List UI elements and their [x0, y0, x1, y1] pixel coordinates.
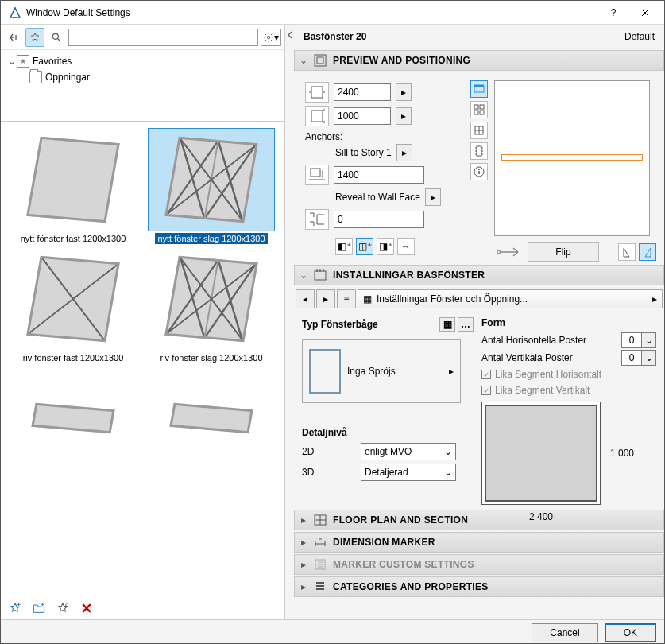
- detail-3d-select[interactable]: Detaljerad⌄: [361, 464, 456, 481]
- horiz-poster-label: Antal Horisontella Poster: [481, 335, 586, 346]
- reveal-label: Reveal to Wall Face: [335, 192, 420, 203]
- gallery-item[interactable]: riv fönster fast 1200x1300: [6, 247, 141, 363]
- view-section[interactable]: [470, 142, 488, 160]
- form-title: Form: [481, 317, 656, 328]
- view-info[interactable]: [470, 163, 488, 180]
- section-categories-header[interactable]: ▸ CATEGORIES AND PROPERTIES: [294, 576, 664, 597]
- sash-label: Inga Spröjs: [347, 366, 396, 377]
- section-icon: [314, 514, 327, 526]
- svg-point-0: [52, 33, 58, 39]
- chevron-down-icon: ⌄: [300, 270, 307, 281]
- mirror-icon: [494, 244, 523, 260]
- folder-icon: [29, 71, 42, 83]
- section-settings-header[interactable]: ⌄ INSTÄLLNINGAR BASFÖNSTER: [294, 265, 664, 285]
- section-title: CATEGORIES AND PROPERTIES: [333, 581, 489, 592]
- gallery-item[interactable]: nytt fönster fast 1200x1300: [6, 128, 141, 244]
- preview-shape: [501, 154, 643, 161]
- flip-button[interactable]: Flip: [528, 242, 599, 262]
- section-title: DIMENSION MARKER: [333, 537, 435, 548]
- gallery-item[interactable]: [144, 367, 279, 470]
- section-title: INSTÄLLNINGAR BASFÖNSTER: [333, 270, 485, 281]
- detail-2d-select[interactable]: enligt MVO⌄: [361, 443, 456, 460]
- gallery-item[interactable]: nytt fönster slag 1200x1300: [144, 128, 279, 244]
- width-input[interactable]: [334, 83, 391, 101]
- svg-rect-18: [315, 271, 326, 280]
- equal-vert-check[interactable]: ✓Lika Segment Vertikalt: [481, 382, 656, 398]
- apply-favorite-button[interactable]: [53, 599, 72, 618]
- typ-more-button[interactable]: …: [458, 317, 474, 332]
- nav-back[interactable]: ◂: [296, 289, 315, 308]
- search-input[interactable]: [68, 29, 258, 46]
- reveal-input[interactable]: [334, 211, 424, 228]
- settings-path[interactable]: ▦ Inställningar Fönster och Öppning... ▸: [358, 289, 663, 308]
- view-3d[interactable]: [470, 122, 488, 139]
- flip-left[interactable]: [618, 243, 636, 261]
- search-options[interactable]: ▾: [261, 29, 281, 46]
- app-icon: [9, 6, 21, 19]
- anchor-toggle-1[interactable]: ◧⁺: [335, 238, 353, 255]
- chevron-down-icon: ⌄: [300, 55, 307, 66]
- chevron-right-icon: ▸: [300, 581, 307, 592]
- favorite-actions: [1, 596, 284, 619]
- anchor-toggle-3[interactable]: ◨⁺: [377, 238, 394, 255]
- view-elevation[interactable]: [470, 80, 488, 98]
- equal-horiz-check[interactable]: ✓Lika Segment Horisontalt: [481, 367, 656, 382]
- chevron-right-icon: ▸: [300, 514, 307, 526]
- svg-rect-13: [480, 111, 484, 114]
- form-diagram: [481, 402, 601, 505]
- section-floorplan-header[interactable]: ▸ FLOOR PLAN AND SECTION: [294, 510, 664, 530]
- section-icon: [314, 54, 327, 67]
- cancel-button[interactable]: Cancel: [532, 623, 597, 642]
- nav-list[interactable]: ≡: [337, 289, 356, 308]
- section-dimension-header[interactable]: ▸ DIMENSION MARKER: [294, 532, 664, 553]
- close-button[interactable]: [629, 1, 661, 25]
- favorites-toggle[interactable]: [25, 28, 44, 47]
- sill-menu[interactable]: ▸: [396, 144, 412, 161]
- section-title: FLOOR PLAN AND SECTION: [333, 514, 468, 526]
- left-toolbar: ▾: [1, 25, 284, 50]
- dim-height: 1 000: [610, 448, 634, 459]
- detail-3d-label: 3D: [302, 467, 353, 478]
- search-button[interactable]: [47, 28, 66, 47]
- height-input[interactable]: [334, 107, 391, 125]
- tree-item-oppningar[interactable]: Öppningar: [7, 69, 278, 85]
- titlebar: Window Default Settings ?: [1, 1, 664, 25]
- nav-forward[interactable]: ▸: [316, 289, 335, 308]
- typ-grid-button[interactable]: ▦: [439, 317, 455, 332]
- view-plan[interactable]: [470, 101, 488, 118]
- dropdown-icon[interactable]: ⌄: [642, 350, 656, 366]
- width-stepper[interactable]: ▸: [396, 83, 412, 101]
- dropdown-icon[interactable]: ⌄: [642, 332, 656, 348]
- collapse-icon[interactable]: ⌄: [7, 56, 17, 67]
- svg-rect-5: [317, 57, 323, 64]
- height-stepper[interactable]: ▸: [396, 107, 412, 125]
- add-folder-button[interactable]: [29, 599, 48, 618]
- dim-width: 2 400: [481, 511, 601, 522]
- anchors-label: Anchors:: [305, 131, 464, 142]
- chevron-right-icon: ▸: [449, 366, 454, 377]
- flip-right[interactable]: [639, 243, 656, 261]
- ok-button[interactable]: OK: [605, 623, 656, 642]
- tree-root[interactable]: ⌄ ★ Favorites: [7, 53, 278, 69]
- anchor-toggle-4[interactable]: ↔: [397, 238, 415, 255]
- pane-splitter[interactable]: [285, 25, 294, 619]
- anchor-toggle-2[interactable]: ◫⁺: [356, 238, 373, 255]
- help-button[interactable]: ?: [597, 1, 629, 25]
- section-preview-header[interactable]: ⌄ PREVIEW AND POSITIONING: [294, 50, 664, 71]
- horiz-poster-input[interactable]: [621, 332, 642, 348]
- back-button[interactable]: [4, 28, 23, 47]
- vert-poster-input[interactable]: [621, 350, 642, 366]
- tree-root-label: Favorites: [33, 56, 72, 67]
- gallery-item[interactable]: [6, 367, 141, 470]
- svg-point-1: [267, 36, 270, 39]
- gallery-item[interactable]: riv fönster slag 1200x1300: [144, 247, 279, 363]
- detail-2d-label: 2D: [302, 446, 353, 457]
- add-favorite-button[interactable]: [6, 599, 25, 618]
- width-icon: [305, 82, 329, 103]
- height-icon: [305, 106, 329, 126]
- section-title: MARKER CUSTOM SETTINGS: [333, 559, 474, 570]
- reveal-menu[interactable]: ▸: [425, 188, 441, 206]
- delete-button[interactable]: [77, 599, 96, 618]
- sash-selector[interactable]: Inga Spröjs ▸: [302, 339, 461, 403]
- sill-input[interactable]: [334, 166, 424, 184]
